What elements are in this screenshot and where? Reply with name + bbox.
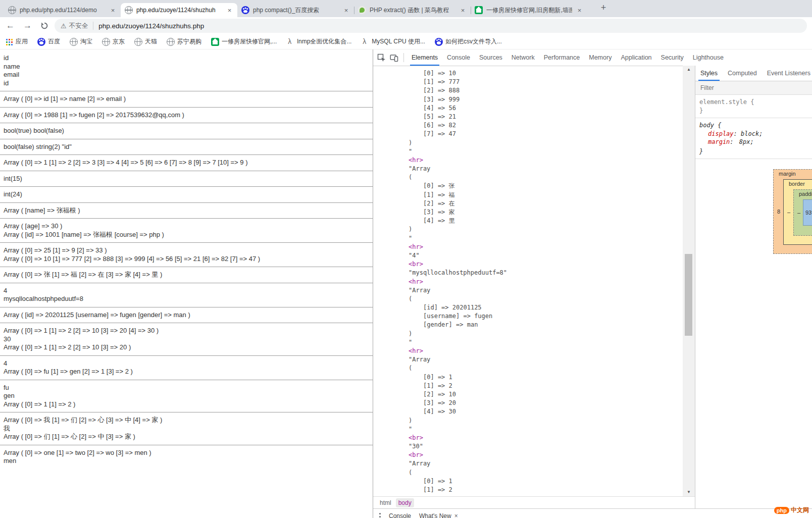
dom-node-line[interactable]: "Array	[409, 165, 683, 173]
box-model-margin[interactable]: margin 8 border – padding – 939	[773, 169, 812, 254]
dom-node-line[interactable]: [gender] => man	[409, 321, 683, 329]
dom-node-line[interactable]: <hr>	[409, 156, 683, 165]
box-model-border[interactable]: border – padding – 939	[783, 179, 812, 245]
dom-node-line[interactable]: "	[409, 147, 683, 156]
dom-node-line[interactable]: "	[409, 338, 683, 347]
devtools-tab[interactable]: Application	[616, 49, 656, 66]
devtools-tab[interactable]: Console	[442, 49, 475, 66]
dom-node-line[interactable]: (	[409, 295, 683, 303]
dom-node-line[interactable]: [1] => 2	[409, 486, 683, 494]
dom-node-line[interactable]: "mysqllocalhostphpeduutf=8"	[409, 269, 683, 277]
scrollbar-up-icon[interactable]: ▲	[683, 66, 695, 74]
dom-node-line[interactable]: [3] => 999	[409, 95, 683, 104]
dom-node-line[interactable]: [id] => 20201125	[409, 303, 683, 312]
dom-node-line[interactable]: )	[409, 139, 683, 147]
bookmark-item[interactable]: 京东	[102, 37, 125, 46]
inspect-element-icon[interactable]	[377, 54, 386, 62]
browser-tab[interactable]: php.edu/php.edu/1124/demo ×	[4, 3, 121, 17]
dom-node-line[interactable]: )	[409, 417, 683, 425]
bookmark-item[interactable]: 百度	[37, 37, 60, 46]
dom-node-line[interactable]: [1] => 福	[409, 191, 683, 199]
bookmark-item[interactable]: 苏宁易购	[167, 37, 201, 46]
dom-node-line[interactable]: <br>	[409, 434, 683, 442]
dom-node-line[interactable]: <br>	[409, 260, 683, 269]
dom-node-line[interactable]: [7] => 47	[409, 130, 683, 138]
drawer-tab-console[interactable]: Console	[389, 512, 411, 518]
dom-node-line[interactable]: [4] => 56	[409, 104, 683, 113]
tab-close-icon[interactable]: ×	[226, 7, 233, 14]
dom-node-line[interactable]: )	[409, 330, 683, 338]
scrollbar-thumb[interactable]	[685, 254, 692, 336]
dom-node-line[interactable]: [3] => 20	[409, 399, 683, 407]
browser-tab[interactable]: php.edu/zuoye/1124/shuzhuh ×	[121, 3, 237, 17]
back-icon[interactable]: ←	[6, 21, 15, 31]
dom-node-line[interactable]: [0] => 张	[409, 182, 683, 190]
scrollbar-down-icon[interactable]: ▼	[683, 488, 695, 496]
bookmark-item[interactable]: MySQL CPU 使用...	[361, 37, 425, 46]
sidebar-tab[interactable]: Event Listeners	[762, 66, 812, 81]
box-model-padding[interactable]: padding – 939	[793, 189, 812, 236]
devtools-tab[interactable]: Network	[507, 49, 539, 66]
dom-node-line[interactable]: [2] => 在	[409, 199, 683, 208]
browser-tab[interactable]: 一修房屋快修官网,旧房翻新,墙面 ×	[471, 3, 587, 17]
dom-node-line[interactable]: [1] => 777	[409, 78, 683, 86]
dom-node-line[interactable]: )	[409, 225, 683, 234]
css-property[interactable]: margin: 8px;	[699, 138, 808, 147]
box-model-content[interactable]: 939	[803, 199, 812, 226]
breadcrumb-item[interactable]: html	[377, 498, 394, 507]
browser-tab[interactable]: php compact()_百度搜索 ×	[237, 3, 354, 17]
devtools-tab[interactable]: Performance	[539, 49, 585, 66]
dom-node-line[interactable]: [1] => 2	[409, 382, 683, 390]
tab-close-icon[interactable]: ×	[576, 7, 583, 14]
dom-node-line[interactable]: [5] => 21	[409, 113, 683, 121]
dom-node-line[interactable]: <hr>	[409, 347, 683, 355]
dom-node-line[interactable]: [4] => 里	[409, 217, 683, 225]
elements-scrollbar[interactable]: ▲ ▼	[683, 66, 695, 496]
dom-node-line[interactable]: [3] => 家	[409, 208, 683, 217]
dom-node-line[interactable]: "Array	[409, 286, 683, 295]
dom-node-line[interactable]: "	[409, 234, 683, 243]
devtools-tab[interactable]: Memory	[584, 49, 616, 66]
breadcrumb-item[interactable]: body	[396, 498, 414, 507]
drawer-menu-icon[interactable]	[379, 516, 381, 517]
dom-node-line[interactable]: <hr>	[409, 278, 683, 286]
reload-icon[interactable]	[40, 22, 48, 32]
bookmark-item[interactable]: lnmp全面优化集合...	[286, 37, 351, 46]
dom-node-line[interactable]: <br>	[409, 451, 683, 459]
devtools-tab[interactable]: Security	[656, 49, 688, 66]
dom-node-line[interactable]: [0] => 1	[409, 477, 683, 486]
dom-node-line[interactable]: [6] => 82	[409, 121, 683, 130]
dom-node-line[interactable]: [4] => 30	[409, 407, 683, 416]
dom-node-line[interactable]: (	[409, 469, 683, 477]
bookmark-item[interactable]: 天猫	[134, 37, 157, 46]
drawer-tab-close-icon[interactable]: ×	[454, 512, 458, 518]
new-tab-button[interactable]: +	[597, 1, 610, 14]
drawer-tab-whats-new[interactable]: What's New ×	[419, 512, 458, 518]
styles-filter-input[interactable]	[699, 84, 808, 92]
devtools-tab[interactable]: Lighthouse	[688, 49, 728, 66]
dom-node-line[interactable]: "30"	[409, 442, 683, 451]
tab-close-icon[interactable]: ×	[342, 7, 350, 14]
forward-icon[interactable]: →	[23, 21, 32, 31]
dom-node-line[interactable]: (	[409, 173, 683, 182]
device-toolbar-icon[interactable]	[390, 54, 398, 62]
css-property[interactable]: display: block;	[699, 130, 808, 138]
dom-node-line[interactable]: [2] => 10	[409, 390, 683, 399]
element-style-rule[interactable]: element.style { }	[695, 95, 812, 118]
dom-node-line[interactable]: [username] => fugen	[409, 312, 683, 321]
devtools-tab[interactable]: Elements	[407, 49, 442, 66]
url-text[interactable]: php.edu/zuoye/1124/shuzhuhs.php	[98, 22, 204, 30]
dom-node-line[interactable]: "Array	[409, 355, 683, 364]
dom-node-line[interactable]: [0] => 10	[409, 69, 683, 78]
sidebar-tab[interactable]: Styles	[695, 66, 723, 81]
dom-node-line[interactable]: "	[409, 425, 683, 434]
sidebar-tab[interactable]: Computed	[723, 66, 762, 81]
bookmark-item[interactable]: 一修房屋快修官网,...	[211, 37, 277, 46]
dom-node-line[interactable]: [2] => 888	[409, 86, 683, 95]
tab-close-icon[interactable]: ×	[459, 7, 467, 14]
security-label[interactable]: 不安全	[69, 22, 88, 30]
dom-node-line[interactable]: "4"	[409, 251, 683, 260]
dom-node-line[interactable]: [0] => 1	[409, 373, 683, 382]
url-bar[interactable]: ⚠ 不安全 php.edu/zuoye/1124/shuzhuhs.php	[55, 19, 807, 33]
bookmark-item[interactable]: 如何把csv文件导入...	[435, 37, 502, 46]
